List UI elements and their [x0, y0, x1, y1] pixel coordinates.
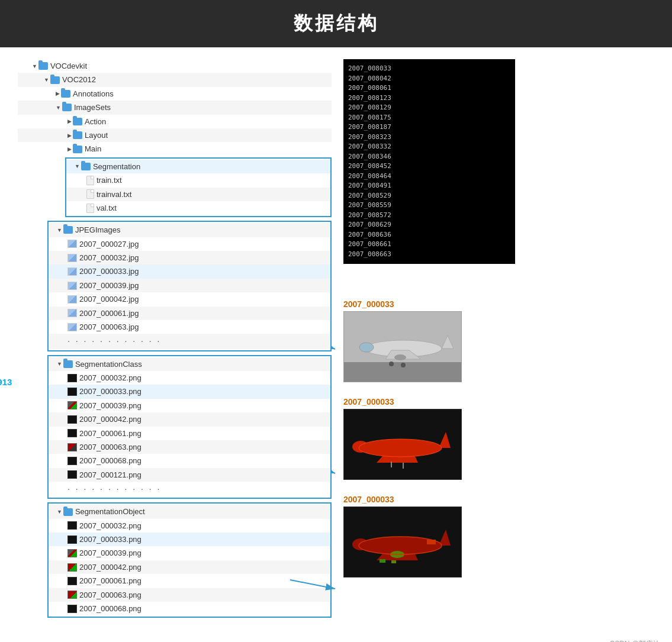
- groundtruth-label: ground truth：2913: [0, 377, 12, 387]
- tree-row-segclass: ▼ SegmentationClass: [49, 357, 330, 371]
- tree-row-sc5: 2007_000061.png: [49, 427, 330, 440]
- folder-icon: [63, 226, 73, 234]
- tree-row-so3: 2007_000039.png: [49, 546, 330, 560]
- sc2-label: 2007_000033.png: [79, 385, 142, 398]
- file-tree: ▼ VOCdevkit ▼ VOC2012 ▶ Annotations: [18, 59, 332, 618]
- page-title: 数据结构: [294, 12, 379, 34]
- png-file-icon: [67, 429, 77, 437]
- img3-label: 2007_000033.jpg: [79, 264, 139, 278]
- tree-row-img2: 2007_000032.jpg: [49, 251, 330, 264]
- sc5-label: 2007_000061.png: [79, 427, 142, 440]
- chevron-icon: ▼: [75, 162, 80, 171]
- text-list-item: 2007_008175: [348, 113, 510, 123]
- file-icon: [86, 176, 94, 185]
- text-list-item: 2007_008663: [348, 250, 510, 260]
- segobj-label: SegmentationObject: [75, 505, 145, 518]
- chevron-icon: ▶: [67, 144, 72, 154]
- text-list-box: 2007_0080332007_0080422007_0080612007_00…: [343, 59, 515, 264]
- img4-label: 2007_000039.jpg: [79, 279, 139, 292]
- colored-png-icon: [67, 563, 77, 572]
- tree-row-so4: 2007_000042.png: [49, 560, 330, 574]
- tree-row-sc2: 2007_000033.png: [49, 385, 330, 398]
- img6-label: 2007_000061.jpg: [79, 307, 139, 320]
- page-header: 数据结构: [0, 0, 672, 47]
- text-list-item: 2007_008187: [348, 122, 510, 133]
- svg-point-12: [389, 362, 394, 366]
- text-list-item: 2007_008464: [348, 172, 510, 182]
- trainvaltxt-label: trainval.txt: [97, 188, 131, 201]
- folder-icon: [61, 90, 70, 98]
- tree-row-so5: 2007_000061.png: [49, 574, 330, 588]
- text-list-item: 2007_008559: [348, 201, 510, 211]
- airplane-photo: [343, 311, 462, 382]
- tree-row-sc8: 2007_000121.png: [49, 468, 330, 482]
- segclass-preview-label: 2007_000033: [343, 397, 654, 407]
- tree-row-sc6: 2007_000063.png: [49, 440, 330, 454]
- so4-label: 2007_000042.png: [79, 560, 142, 574]
- tree-row-main: ▶ Main: [18, 142, 332, 156]
- sc1-label: 2007_000032.png: [79, 371, 142, 385]
- folder-icon: [81, 163, 91, 170]
- text-list-item: 2007_008661: [348, 240, 510, 250]
- text-list-item: 2007_008061: [348, 83, 510, 93]
- png-file-icon: [67, 415, 77, 424]
- so6-label: 2007_000063.png: [79, 588, 142, 602]
- so3-label: 2007_000039.png: [79, 546, 142, 560]
- tree-row-layout: ▶ Layout: [18, 128, 332, 142]
- segobj-svg: [344, 507, 462, 578]
- colored-png-icon: [67, 549, 77, 557]
- chevron-icon: ▶: [67, 117, 72, 126]
- groundtruth-annotation: ground truth：2913: [0, 374, 12, 390]
- sc6-label: 2007_000063.png: [79, 440, 142, 454]
- folder-icon: [73, 146, 82, 153]
- img5-label: 2007_000042.jpg: [79, 292, 139, 306]
- so7-label: 2007_000068.png: [79, 602, 142, 615]
- text-list-item: 2007_008629: [348, 220, 510, 230]
- text-list-item: 2007_008491: [348, 181, 510, 191]
- photo-preview-section: 2007_000033: [343, 299, 654, 382]
- tree-row-so7: 2007_000068.png: [49, 602, 330, 615]
- tree-row-img3: 2007_000033.jpg: [49, 264, 330, 278]
- tree-row-so6: 2007_000063.png: [49, 588, 330, 602]
- tree-row-dots2: · · · · · · · · · · · ·: [49, 482, 330, 496]
- segclass-preview: [343, 409, 462, 480]
- chevron-icon: ▶: [56, 89, 60, 98]
- img-file-icon: [67, 267, 77, 276]
- segobj-preview-section: 2007_000033: [343, 495, 654, 578]
- text-list-item: 2007_008033: [348, 64, 510, 74]
- chevron-icon: ▼: [44, 75, 49, 85]
- text-list-item: 2007_008346: [348, 152, 510, 162]
- tree-row-sc3: 2007_000039.png: [49, 399, 330, 412]
- tree-row-action: ▶ Action: [18, 115, 332, 128]
- svg-point-13: [401, 363, 406, 367]
- tree-row-so1: 2007_000032.png: [49, 519, 330, 533]
- footer: CSDN @郭庆汝: [0, 633, 672, 642]
- so5-label: 2007_000061.png: [79, 574, 142, 588]
- tree-row-vocdevkit: ▼ VOCdevkit: [18, 59, 332, 73]
- sc4-label: 2007_000042.png: [79, 412, 142, 426]
- segclass-preview-section: 2007_000033: [343, 397, 654, 480]
- tree-column: ▼ VOCdevkit ▼ VOC2012 ▶ Annotations: [18, 59, 332, 621]
- jpegimages-label: JPEGImages: [75, 223, 121, 237]
- tree-row-img1: 2007_000027.jpg: [49, 237, 330, 251]
- png-file-icon: [67, 388, 77, 396]
- imagesets-label: ImageSets: [74, 101, 111, 114]
- segmentation-box: train：1464 val：1449 ▼ Segmentation train…: [65, 157, 332, 218]
- tree-row-trainvaltxt: trainval.txt: [66, 188, 330, 201]
- svg-rect-32: [391, 560, 396, 563]
- segobj-preview: [343, 506, 462, 578]
- img-file-icon: [67, 254, 77, 262]
- img-file-icon: [67, 323, 77, 331]
- so2-label: 2007_000033.png: [79, 533, 142, 546]
- tree-row-img4: 2007_000039.jpg: [49, 279, 330, 292]
- png-file-icon: [67, 521, 77, 530]
- chevron-icon: ▼: [32, 62, 37, 71]
- img2-label: 2007_000032.jpg: [79, 251, 139, 264]
- sc3-label: 2007_000039.png: [79, 399, 142, 412]
- png-file-icon: [67, 577, 77, 585]
- img-file-icon: [67, 240, 77, 248]
- text-list-item: 2007_008636: [348, 230, 510, 240]
- text-list-item: 2007_008452: [348, 162, 510, 172]
- action-label: Action: [85, 115, 106, 128]
- main-label: Main: [85, 142, 101, 156]
